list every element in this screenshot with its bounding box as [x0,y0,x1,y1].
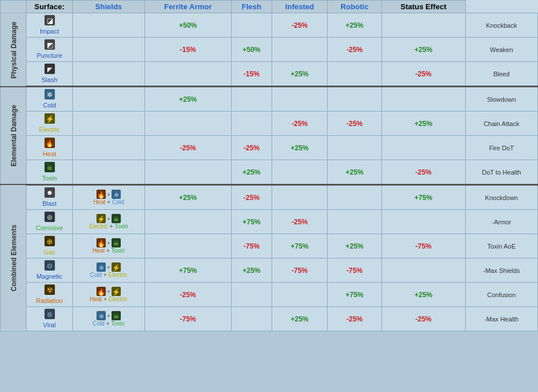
damage-type-cell: ❄Cold [27,87,73,112]
empty-combo-cell [73,87,145,112]
flesh-val: -75% [272,258,327,283]
flesh-val [272,87,327,112]
robotic-val: -25% [381,160,465,185]
section-label: Elemental Damage [1,87,27,185]
combo-cell: 🔥+☠Heat + Toxin [73,234,145,258]
shields-val: +75% [144,258,231,283]
robotic-val: -25% [381,307,465,331]
empty-combo-cell [73,13,145,38]
combo-cell: ❄+⚡Cold + Electric [73,258,145,283]
shields-val: +25% [144,87,231,112]
svg-text:❄: ❄ [47,91,53,99]
header-infested: Infested [272,1,327,13]
flesh-val [272,160,327,185]
svg-text:⚡: ⚡ [112,264,120,272]
header-row: Surface: Shields Ferrite Armor Flesh Inf… [1,1,538,13]
infested-val: +25% [328,13,382,38]
infested-val [328,62,382,87]
table-row: ⚡Electric-25%-25%+25%Chain Attack [1,112,538,136]
header-robotic: Robotic [328,1,382,13]
robotic-val [381,87,465,112]
infested-val [328,210,382,234]
combo-cell: 🔥+⚡Heat + Electric [73,283,145,307]
ferrite-val: -25% [231,136,272,160]
table-row: ⊛Corrosive⚡+☠Electric + Toxin+75%-25%-Ar… [1,210,538,234]
shields-val [144,112,231,136]
flesh-val: -25% [272,210,327,234]
damage-type-cell: ⊗Viral [27,307,73,331]
svg-text:⊛: ⊛ [47,213,53,221]
svg-text:⚡: ⚡ [97,215,105,223]
combo-cell: ⚡+☠Electric + Toxin [73,210,145,234]
header-surface: Surface: [27,1,73,13]
svg-text:⊗: ⊗ [47,310,53,319]
section-label: Physical Damage [1,13,27,87]
table-row: ◩Puncture-15%+50%-25%+25%Weaken [1,38,538,62]
shields-val: -75% [144,307,231,331]
table-row: ☢Radiation🔥+⚡Heat + Electric-25%+75%+25%… [1,283,538,307]
table-row: ◤Slash-15%+25%-25%Bleed [1,62,538,87]
table-row: ⊕Gas🔥+☠Heat + Toxin-75%+75%+25%-75%Toxin… [1,234,538,258]
status-effect-cell: -Max Health [465,307,537,331]
flesh-val: +25% [272,62,327,87]
empty-combo-cell [73,112,145,136]
shields-val [144,62,231,87]
flesh-val: -25% [272,112,327,136]
infested-val [328,185,382,210]
flesh-val [272,283,327,307]
robotic-val: +25% [381,38,465,62]
shields-val [144,160,231,185]
svg-text:🔥: 🔥 [97,191,105,199]
status-effect-cell: Weaken [465,38,537,62]
flesh-val: -25% [272,13,327,38]
table-row: ⊗Viral❄+☠Cold + Toxin-75%+25%-25%-25%-Ma… [1,307,538,331]
shields-val: -25% [144,283,231,307]
table-row: Elemental Damage❄Cold+25%Slowdown [1,87,538,112]
flesh-val: +25% [272,307,327,331]
header-section-col [1,1,27,13]
robotic-val: -75% [381,234,465,258]
header-ferrite: Ferrite Armor [144,1,231,13]
svg-text:🔥: 🔥 [97,239,105,247]
infested-val: -25% [328,112,382,136]
infested-val: +25% [328,234,382,258]
section-label: Combined Elements [1,185,27,331]
ferrite-val [231,87,272,112]
empty-combo-cell [73,136,145,160]
robotic-val: +25% [381,112,465,136]
svg-text:☠: ☠ [47,164,53,171]
header-shields: Shields [73,1,145,13]
damage-type-cell: ⊝Magnetic [27,258,73,283]
svg-text:❄: ❄ [99,264,104,271]
status-effect-cell: Confusion [465,283,537,307]
damage-type-cell: ◪Impact [27,13,73,38]
flesh-val: +25% [272,136,327,160]
ferrite-val: +25% [231,160,272,185]
damage-type-cell: 🔥Heat [27,136,73,160]
shields-val: -15% [144,38,231,62]
ferrite-val: +75% [231,210,272,234]
ferrite-val [231,283,272,307]
ferrite-val: +50% [231,38,272,62]
status-effect-cell: Fire DoT [465,136,537,160]
svg-text:◩: ◩ [46,41,53,49]
status-effect-cell: -Armor [465,210,537,234]
svg-text:☠: ☠ [113,240,119,247]
header-status: Status Effect [381,1,465,13]
robotic-val: +75% [381,185,465,210]
damage-type-cell: ◤Slash [27,62,73,87]
svg-text:❄: ❄ [113,191,118,198]
robotic-val [381,210,465,234]
svg-text:❄: ❄ [99,313,104,320]
shields-val: +50% [144,13,231,38]
damage-table: Surface: Shields Ferrite Armor Flesh Inf… [0,0,538,331]
damage-type-cell: ⚡Electric [27,112,73,136]
svg-text:⚡: ⚡ [45,114,54,123]
ferrite-val: +25% [231,258,272,283]
robotic-val [381,136,465,160]
shields-val: +25% [144,185,231,210]
damage-type-cell: ◩Puncture [27,38,73,62]
flesh-val [272,38,327,62]
ferrite-val: -75% [231,234,272,258]
svg-text:◤: ◤ [47,66,53,73]
